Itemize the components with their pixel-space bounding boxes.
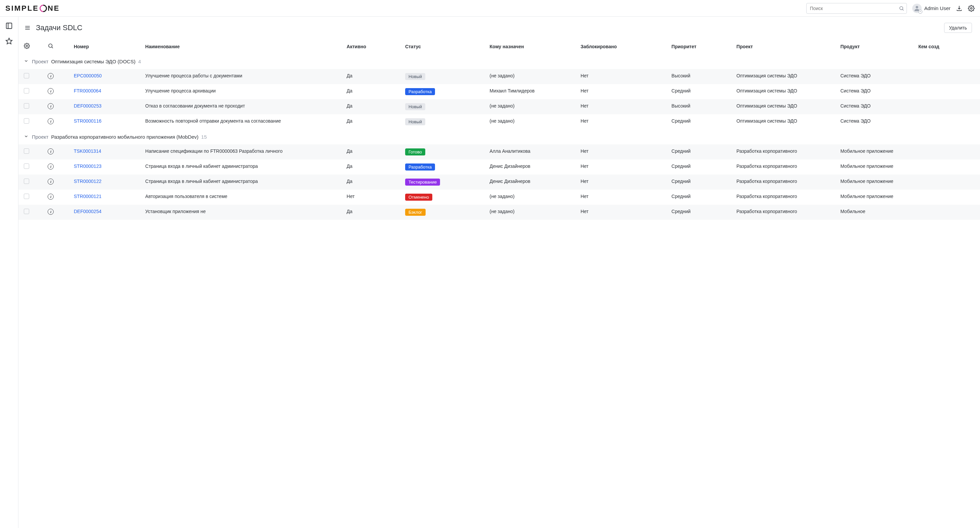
- task-number-link[interactable]: TSK0001314: [74, 148, 101, 154]
- table-row[interactable]: iSTR0000121Авторизация пользователя в си…: [18, 190, 980, 205]
- col-settings[interactable]: [18, 39, 44, 54]
- col-priority[interactable]: Приоритет: [668, 39, 733, 54]
- info-icon[interactable]: i: [48, 73, 54, 79]
- info-icon[interactable]: i: [48, 148, 54, 154]
- cell-created-by: [915, 84, 980, 99]
- status-badge: Новый: [405, 103, 425, 110]
- panel-icon[interactable]: [5, 22, 13, 30]
- burger-icon[interactable]: [24, 25, 31, 31]
- row-checkbox[interactable]: [24, 73, 29, 78]
- star-icon[interactable]: [5, 38, 13, 45]
- task-number-link[interactable]: EPC0000050: [74, 73, 102, 78]
- svg-rect-4: [6, 23, 12, 29]
- status-badge: Бэклог: [405, 209, 426, 216]
- group-row[interactable]: ПроектРазработка корпоративного мобильно…: [18, 129, 980, 144]
- cell-assignee: (не задано): [486, 114, 577, 129]
- task-number-link[interactable]: DEF0000254: [74, 209, 102, 214]
- task-number-link[interactable]: FTR0000064: [74, 88, 101, 94]
- search-input[interactable]: [806, 3, 907, 14]
- table-row[interactable]: iEPC0000050Улучшение процесса работы с д…: [18, 69, 980, 84]
- col-number[interactable]: Номер: [70, 39, 142, 54]
- col-assignee[interactable]: Кому назначен: [486, 39, 577, 54]
- delete-button[interactable]: Удалить: [944, 23, 972, 33]
- cell-project: Оптимизация системы ЭДО: [733, 84, 837, 99]
- cell-active: Да: [344, 144, 402, 160]
- task-name: Улучшение процесса архивации: [142, 84, 344, 99]
- search-icon: [899, 6, 904, 11]
- cell-created-by: [915, 174, 980, 190]
- table-row[interactable]: iDEF0000253Отказ в согласовании документ…: [18, 99, 980, 114]
- info-icon[interactable]: i: [48, 209, 54, 215]
- row-checkbox[interactable]: [24, 209, 29, 214]
- col-blocked[interactable]: Заблокировано: [577, 39, 668, 54]
- logo[interactable]: SIMPLENE: [5, 4, 60, 13]
- topbar: SIMPLENE + Admin User: [0, 0, 980, 17]
- task-number-link[interactable]: STR0000116: [74, 118, 102, 124]
- cell-active: Да: [344, 99, 402, 114]
- task-name: Авторизация пользователя в системе: [142, 190, 344, 205]
- col-project[interactable]: Проект: [733, 39, 837, 54]
- task-number-link[interactable]: STR0000121: [74, 193, 102, 199]
- cell-product: Мобильное: [837, 205, 915, 220]
- group-name: Оптимизация системы ЭДО (DOCS): [51, 59, 135, 64]
- cell-priority: Средний: [668, 174, 733, 190]
- info-icon[interactable]: i: [48, 103, 54, 109]
- info-icon[interactable]: i: [48, 193, 54, 200]
- avatar: +: [912, 4, 922, 13]
- group-count: 15: [201, 134, 207, 140]
- cell-project: Оптимизация системы ЭДО: [733, 114, 837, 129]
- gear-icon[interactable]: [968, 5, 975, 12]
- info-icon[interactable]: i: [48, 179, 54, 185]
- col-name[interactable]: Наименование: [142, 39, 344, 54]
- cell-blocked: Нет: [577, 160, 668, 174]
- row-checkbox[interactable]: [24, 88, 29, 94]
- table-row[interactable]: iSTR0000116Возможность повторной отправк…: [18, 114, 980, 129]
- row-checkbox[interactable]: [24, 148, 29, 154]
- search-wrap: [806, 3, 907, 14]
- svg-point-3: [970, 7, 972, 9]
- group-row[interactable]: ПроектОптимизация системы ЭДО (DOCS)4: [18, 54, 980, 69]
- cell-blocked: Нет: [577, 144, 668, 160]
- download-icon[interactable]: [956, 5, 963, 12]
- row-checkbox[interactable]: [24, 179, 29, 184]
- row-checkbox[interactable]: [24, 193, 29, 199]
- cell-active: Да: [344, 205, 402, 220]
- task-number-link[interactable]: STR0000123: [74, 163, 102, 169]
- col-product[interactable]: Продукт: [837, 39, 915, 54]
- cell-project: Разработка корпоративного: [733, 190, 837, 205]
- status-badge: Отменено: [405, 193, 432, 201]
- svg-line-12: [52, 47, 53, 48]
- info-icon[interactable]: i: [48, 163, 54, 170]
- cell-product: Система ЭДО: [837, 69, 915, 84]
- cell-created-by: [915, 190, 980, 205]
- cell-assignee: (не задано): [486, 205, 577, 220]
- cell-created-by: [915, 69, 980, 84]
- status-badge: Новый: [405, 118, 425, 125]
- table-row[interactable]: iSTR0000122Страница входа в личный кабин…: [18, 174, 980, 190]
- task-number-link[interactable]: DEF0000253: [74, 103, 102, 109]
- row-checkbox[interactable]: [24, 163, 29, 169]
- table-row[interactable]: iTSK0001314Написание спецификации по FTR…: [18, 144, 980, 160]
- cell-created-by: [915, 205, 980, 220]
- svg-marker-6: [6, 38, 12, 44]
- task-name: Отказ в согласовании документа не проход…: [142, 99, 344, 114]
- cell-product: Мобильное приложение: [837, 144, 915, 160]
- status-badge: Разработка: [405, 88, 435, 95]
- cell-priority: Средний: [668, 205, 733, 220]
- chevron-down-icon: [24, 59, 29, 63]
- user-block[interactable]: + Admin User: [912, 4, 950, 13]
- cell-priority: Средний: [668, 114, 733, 129]
- col-search[interactable]: [44, 39, 70, 54]
- task-name: Написание спецификации по FTR0000063 Раз…: [142, 144, 344, 160]
- task-number-link[interactable]: STR0000122: [74, 179, 102, 184]
- table-row[interactable]: iSTR0000123Страница входа в личный кабин…: [18, 160, 980, 174]
- info-icon[interactable]: i: [48, 88, 54, 94]
- table-row[interactable]: iDEF0000254Установщик приложения неДаБэк…: [18, 205, 980, 220]
- col-active[interactable]: Активно: [344, 39, 402, 54]
- col-created-by[interactable]: Кем созд: [915, 39, 980, 54]
- row-checkbox[interactable]: [24, 118, 29, 124]
- row-checkbox[interactable]: [24, 103, 29, 109]
- info-icon[interactable]: i: [48, 118, 54, 124]
- table-row[interactable]: iFTR0000064Улучшение процесса архивацииД…: [18, 84, 980, 99]
- col-status[interactable]: Статус: [402, 39, 486, 54]
